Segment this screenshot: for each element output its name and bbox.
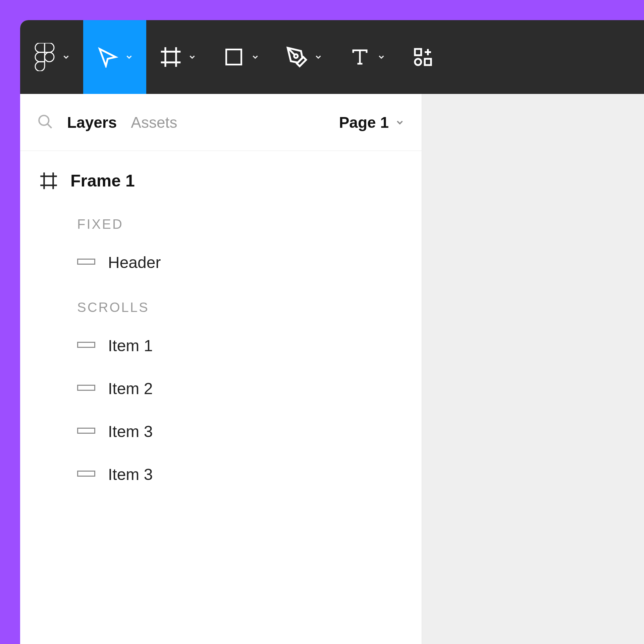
toolbar [20, 20, 644, 94]
layer-row-frame[interactable]: Frame 1 [20, 161, 422, 201]
chevron-down-icon [125, 53, 133, 61]
chevron-down-icon [62, 53, 70, 61]
svg-point-0 [45, 52, 54, 62]
chevron-down-icon [314, 53, 323, 61]
svg-rect-21 [78, 342, 95, 347]
panel-tabs: Layers Assets [67, 113, 326, 131]
layer-label: Item 1 [108, 336, 153, 355]
svg-rect-5 [226, 50, 241, 65]
component-icon [77, 426, 95, 437]
svg-point-6 [294, 54, 298, 58]
resources-button[interactable] [398, 20, 447, 94]
tab-layers[interactable]: Layers [67, 113, 117, 131]
section-label-fixed: FIXED [20, 207, 422, 241]
layer-row[interactable]: Item 1 [20, 324, 422, 367]
move-tool-button[interactable] [83, 20, 146, 94]
layer-label: Frame 1 [70, 171, 135, 191]
svg-rect-23 [78, 428, 95, 433]
chevron-down-icon [251, 53, 260, 61]
layer-label: Item 3 [108, 465, 153, 484]
chevron-down-icon [395, 117, 405, 127]
page-selector[interactable]: Page 1 [339, 113, 405, 131]
svg-point-14 [39, 115, 49, 125]
component-icon [77, 383, 95, 394]
frame-icon [159, 45, 182, 69]
pointer-icon [96, 45, 119, 69]
canvas[interactable] [422, 94, 644, 644]
component-icon [77, 257, 95, 268]
layer-row[interactable]: Item 3 [20, 453, 422, 496]
body: Layers Assets Page 1 Frame 1 [20, 94, 644, 644]
svg-point-10 [415, 59, 421, 65]
tab-assets[interactable]: Assets [131, 113, 177, 131]
chevron-down-icon [377, 53, 386, 61]
chevron-down-icon [188, 53, 197, 61]
search-icon[interactable] [37, 113, 54, 131]
svg-rect-11 [425, 59, 431, 65]
svg-rect-22 [78, 385, 95, 390]
layer-row[interactable]: Item 2 [20, 367, 422, 410]
pen-tool-button[interactable] [272, 20, 335, 94]
text-tool-button[interactable] [335, 20, 398, 94]
figma-logo-icon [33, 45, 56, 69]
resources-icon [411, 45, 435, 69]
layer-label: Header [108, 253, 161, 272]
frame-icon [37, 169, 60, 193]
layer-label: Item 3 [108, 422, 153, 441]
svg-rect-20 [78, 259, 95, 264]
layers-tree: Frame 1 FIXED Header SCROLLS Item 1 [20, 151, 422, 496]
shape-tool-button[interactable] [209, 20, 272, 94]
text-icon [348, 45, 372, 69]
svg-line-15 [47, 124, 52, 128]
frame-tool-button[interactable] [146, 20, 209, 94]
pen-icon [285, 45, 309, 69]
panel-header: Layers Assets Page 1 [20, 94, 422, 151]
layer-label: Item 2 [108, 379, 153, 398]
component-icon [77, 469, 95, 480]
rectangle-icon [222, 45, 246, 69]
component-icon [77, 340, 95, 351]
section-label-scrolls: SCROLLS [20, 290, 422, 324]
svg-rect-9 [415, 49, 421, 55]
figma-menu-button[interactable] [20, 20, 83, 94]
svg-rect-24 [78, 471, 95, 476]
page-name: Page 1 [339, 113, 389, 131]
app-window: Layers Assets Page 1 Frame 1 [20, 20, 644, 644]
layer-row[interactable]: Header [20, 241, 422, 284]
layer-row[interactable]: Item 3 [20, 410, 422, 453]
layers-sidebar: Layers Assets Page 1 Frame 1 [20, 94, 422, 644]
